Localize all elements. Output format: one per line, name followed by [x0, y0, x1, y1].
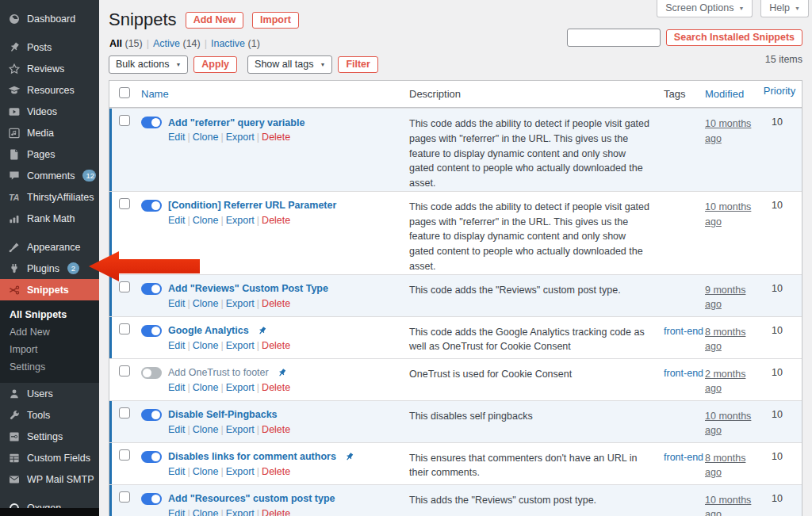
snippet-modified-link[interactable]: 10 months ago — [705, 495, 751, 516]
snippet-name-link[interactable]: Add OneTrust to footer — [168, 367, 269, 378]
export-link[interactable]: Export — [226, 215, 255, 226]
column-header-name[interactable]: Name — [141, 88, 169, 100]
clone-link[interactable]: Clone — [193, 508, 219, 516]
clone-link[interactable]: Clone — [193, 132, 219, 143]
sidebar-item-snippets[interactable]: Snippets — [0, 279, 99, 300]
export-link[interactable]: Export — [226, 132, 255, 143]
edit-link[interactable]: Edit — [168, 508, 186, 516]
snippet-tag-link[interactable]: front-end — [664, 368, 703, 379]
clone-link[interactable]: Clone — [193, 382, 219, 393]
help-button[interactable]: Help — [760, 0, 809, 17]
submenu-item-import[interactable]: Import — [0, 341, 99, 358]
search-installed-snippets-button[interactable]: Search Installed Snippets — [666, 29, 802, 46]
snippet-modified-link[interactable]: 8 months ago — [705, 327, 745, 353]
export-link[interactable]: Export — [226, 466, 255, 477]
snippet-active-toggle[interactable] — [141, 451, 162, 463]
row-checkbox[interactable] — [119, 198, 130, 209]
edit-link[interactable]: Edit — [168, 215, 186, 226]
screen-options-button[interactable]: Screen Options — [657, 0, 753, 17]
snippet-name-link[interactable]: Add "Reviews" Custom Post Type — [168, 283, 328, 294]
snippet-active-toggle[interactable] — [141, 493, 162, 505]
sidebar-item-appearance[interactable]: Appearance — [0, 236, 99, 258]
sidebar-item-posts[interactable]: Posts — [0, 36, 99, 58]
snippet-modified-link[interactable]: 2 months ago — [705, 369, 745, 395]
sidebar-item-videos[interactable]: Videos — [0, 101, 99, 122]
row-checkbox[interactable] — [119, 491, 130, 503]
edit-link[interactable]: Edit — [168, 466, 186, 477]
sidebar-item-dashboard[interactable]: Dashboard — [0, 8, 99, 29]
delete-link[interactable]: Delete — [262, 132, 290, 143]
snippet-modified-link[interactable]: 10 months ago — [705, 201, 751, 227]
snippet-name-link[interactable]: [Condition] Referrer URL Parameter — [168, 200, 336, 211]
submenu-item-add-new[interactable]: Add New — [0, 323, 99, 341]
apply-button[interactable]: Apply — [193, 56, 237, 73]
export-link[interactable]: Export — [226, 340, 255, 351]
sidebar-item-custom-fields[interactable]: Custom Fields — [0, 447, 99, 468]
sidebar-item-reviews[interactable]: Reviews — [0, 58, 99, 79]
snippet-name-link[interactable]: Add "referrer" query variable — [168, 117, 304, 128]
export-link[interactable]: Export — [226, 424, 255, 435]
delete-link[interactable]: Delete — [262, 424, 290, 435]
delete-link[interactable]: Delete — [262, 466, 290, 477]
clone-link[interactable]: Clone — [193, 215, 219, 226]
snippet-name-link[interactable]: Add "Resources" custom post type — [168, 493, 335, 504]
snippet-modified-link[interactable]: 9 months ago — [705, 285, 745, 311]
sidebar-item-wp-mail-smtp[interactable]: WP Mail SMTP — [0, 468, 99, 490]
search-input[interactable] — [567, 29, 661, 47]
snippet-modified-link[interactable]: 10 months ago — [705, 411, 751, 437]
snippet-active-toggle[interactable] — [141, 283, 162, 295]
snippet-active-toggle[interactable] — [141, 325, 162, 337]
sidebar-item-resources[interactable]: Resources — [0, 79, 99, 101]
column-header-priority[interactable]: Priority — [764, 85, 795, 97]
clone-link[interactable]: Clone — [193, 424, 219, 435]
delete-link[interactable]: Delete — [262, 298, 290, 309]
row-checkbox[interactable] — [119, 407, 130, 419]
delete-link[interactable]: Delete — [262, 340, 290, 351]
snippet-modified-link[interactable]: 8 months ago — [705, 453, 745, 479]
clone-link[interactable]: Clone — [193, 340, 219, 351]
filter-all-link[interactable]: All (15) — [109, 38, 143, 49]
add-new-button[interactable]: Add New — [186, 12, 243, 29]
submenu-item-settings[interactable]: Settings — [0, 358, 99, 376]
sidebar-item-users[interactable]: Users — [0, 383, 99, 404]
import-button[interactable]: Import — [252, 12, 299, 29]
sidebar-item-rank-math[interactable]: Rank Math — [0, 208, 99, 229]
submenu-item-all-snippets[interactable]: All Snippets — [0, 306, 99, 323]
filter-inactive-link[interactable]: Inactive (1) — [211, 38, 260, 49]
bulk-actions-select[interactable]: Bulk actions — [109, 55, 188, 74]
row-checkbox[interactable] — [119, 281, 130, 292]
edit-link[interactable]: Edit — [168, 424, 186, 435]
column-header-modified[interactable]: Modified — [705, 88, 744, 100]
clone-link[interactable]: Clone — [193, 298, 219, 309]
snippet-name-link[interactable]: Disable Self-Pingbacks — [168, 409, 278, 420]
edit-link[interactable]: Edit — [168, 132, 186, 143]
snippet-active-toggle[interactable] — [141, 200, 162, 212]
snippet-active-toggle[interactable] — [141, 409, 162, 421]
export-link[interactable]: Export — [226, 382, 255, 393]
row-checkbox[interactable] — [119, 115, 130, 126]
edit-link[interactable]: Edit — [168, 340, 186, 351]
export-link[interactable]: Export — [226, 508, 255, 516]
tags-filter-select[interactable]: Show all tags — [247, 55, 332, 74]
filter-active-link[interactable]: Active (14) — [153, 38, 201, 49]
row-checkbox[interactable] — [119, 365, 130, 376]
sidebar-item-pages[interactable]: Pages — [0, 143, 99, 165]
delete-link[interactable]: Delete — [262, 382, 290, 393]
edit-link[interactable]: Edit — [168, 298, 186, 309]
row-checkbox[interactable] — [119, 449, 130, 461]
sidebar-item-thirstyaffiliates[interactable]: TA ThirstyAffiliates — [0, 186, 99, 208]
snippet-name-link[interactable]: Disables links for comment authors — [168, 451, 336, 462]
snippet-tag-link[interactable]: front-end — [664, 326, 703, 337]
sidebar-item-tools[interactable]: Tools — [0, 404, 99, 426]
clone-link[interactable]: Clone — [193, 466, 219, 477]
snippet-active-toggle[interactable] — [141, 117, 162, 128]
delete-link[interactable]: Delete — [262, 508, 290, 516]
snippet-tag-link[interactable]: front-end — [664, 452, 703, 463]
delete-link[interactable]: Delete — [262, 215, 290, 226]
snippet-name-link[interactable]: Google Analytics — [168, 325, 249, 336]
export-link[interactable]: Export — [226, 298, 255, 309]
snippet-modified-link[interactable]: 10 months ago — [705, 118, 751, 144]
sidebar-item-settings[interactable]: Settings — [0, 426, 99, 447]
sidebar-item-media[interactable]: Media — [0, 122, 99, 143]
snippet-active-toggle[interactable] — [141, 367, 162, 379]
